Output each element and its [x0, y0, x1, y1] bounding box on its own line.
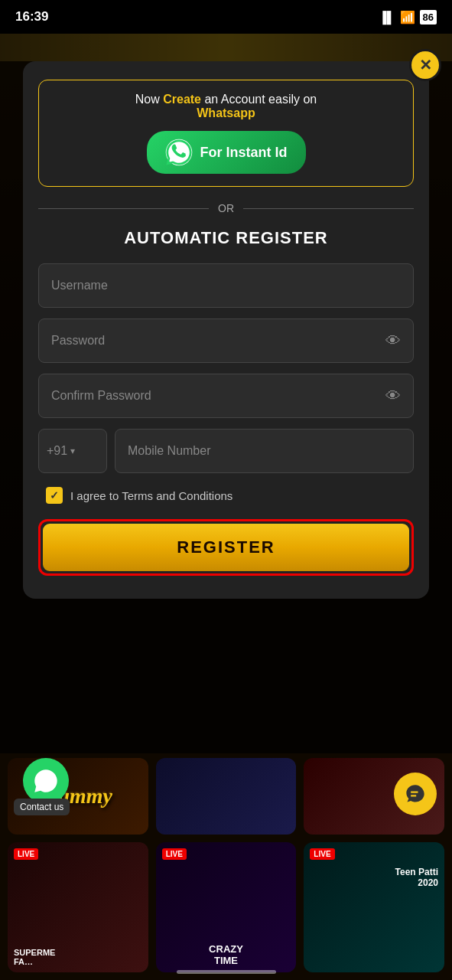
superme-label: SUPERMEFA… — [14, 948, 55, 966]
register-button-wrapper: REGISTER — [38, 519, 414, 576]
phone-row: +91 ▾ — [38, 429, 414, 473]
game-row-2: LIVE SUPERMEFA… LIVE CRAZYTIME LIVE Teen… — [8, 842, 444, 972]
confirm-password-input[interactable] — [51, 374, 385, 417]
or-text: OR — [218, 202, 234, 214]
status-bar: 16:39 ▐▌ 📶 86 — [0, 0, 452, 34]
check-icon: ✓ — [50, 489, 59, 501]
create-highlight: Create — [163, 93, 201, 106]
terms-checkbox-row: ✓ I agree to Terms and Conditions — [38, 487, 414, 504]
confirm-password-field-wrapper: 👁 — [38, 374, 414, 418]
battery-icon: 86 — [420, 10, 437, 24]
time: 16:39 — [15, 9, 48, 24]
live-badge-teen: LIVE — [310, 848, 334, 860]
terms-checkbox[interactable]: ✓ — [46, 487, 63, 504]
floating-chat-button[interactable] — [394, 773, 437, 815]
whatsapp-card: Now Create an Account easily on Whatsapp… — [38, 80, 414, 187]
whatsapp-card-text: Now Create an Account easily on Whatsapp — [48, 93, 404, 120]
game-thumb-2[interactable] — [156, 758, 297, 835]
chat-icon — [405, 783, 426, 805]
live-badge-crazy: LIVE — [162, 848, 187, 860]
game-thumb-lady[interactable]: LIVE SUPERMEFA… — [8, 842, 148, 972]
svg-point-0 — [165, 139, 192, 166]
register-button-label: REGISTER — [177, 537, 275, 557]
username-field-wrapper — [38, 263, 414, 308]
live-badge-lady: LIVE — [14, 848, 38, 860]
mobile-field-wrapper — [115, 429, 414, 473]
close-icon: ✕ — [419, 57, 432, 73]
floating-whatsapp-button[interactable] — [23, 758, 69, 804]
whatsapp-button[interactable]: For Instant Id — [147, 131, 306, 174]
close-button[interactable]: ✕ — [409, 49, 441, 81]
whatsapp-btn-label: For Instant Id — [200, 145, 288, 161]
register-button[interactable]: REGISTER — [43, 524, 409, 571]
card-line1: Now — [135, 93, 163, 106]
terms-label: I agree to Terms and Conditions — [70, 489, 233, 502]
teen-patti-label: Teen Patti2020 — [395, 867, 438, 888]
status-icons: ▐▌ 📶 86 — [379, 10, 437, 24]
section-title: AUTOMATIC REGISTER — [38, 228, 414, 248]
home-indicator — [177, 970, 276, 974]
mobile-input[interactable] — [128, 430, 401, 472]
registration-modal: ✕ Now Create an Account easily on Whatsa… — [23, 61, 429, 599]
password-input[interactable] — [51, 319, 385, 362]
or-divider: OR — [38, 202, 414, 214]
floating-whatsapp-icon — [34, 769, 58, 793]
wifi-icon: 📶 — [400, 10, 415, 24]
password-eye-icon[interactable]: 👁 — [385, 332, 401, 350]
country-code-value: +91 — [47, 444, 67, 458]
game-thumb-teen[interactable]: LIVE Teen Patti2020 — [304, 842, 444, 972]
or-line-left — [38, 208, 209, 209]
whatsapp-name: Whatsapp — [197, 106, 255, 119]
signal-icon: ▐▌ — [379, 11, 395, 24]
game-thumb-crazy[interactable]: LIVE CRAZYTIME — [156, 842, 297, 972]
chevron-down-icon: ▾ — [70, 446, 75, 456]
whatsapp-icon — [165, 139, 193, 166]
contact-us-label: Contact us — [14, 799, 70, 815]
country-code-select[interactable]: +91 ▾ — [38, 429, 107, 473]
card-line2: an Account easily on — [201, 93, 317, 106]
username-input[interactable] — [51, 264, 401, 307]
confirm-password-eye-icon[interactable]: 👁 — [385, 387, 401, 405]
crazy-time-label: CRAZYTIME — [209, 943, 243, 966]
game-row-1: Rummy — [8, 758, 444, 835]
or-line-right — [243, 208, 414, 209]
password-field-wrapper: 👁 — [38, 318, 414, 363]
